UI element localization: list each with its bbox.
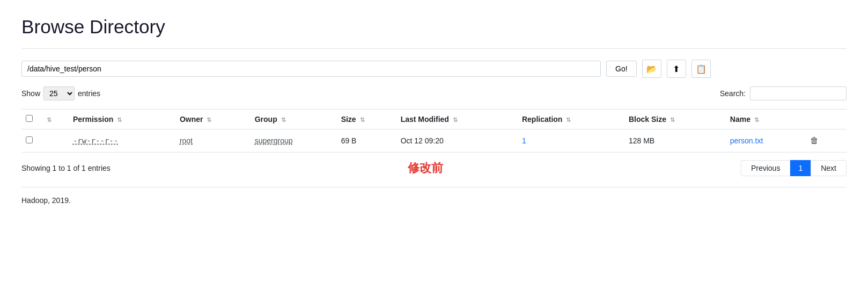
- go-button[interactable]: Go!: [606, 61, 637, 77]
- select-all-checkbox[interactable]: [26, 115, 33, 122]
- entries-select[interactable]: 10 25 50 100: [43, 86, 75, 100]
- annotation-text: 修改前: [408, 160, 443, 176]
- files-table: ⇅ Permission ⇅ Owner ⇅ Group ⇅ Size ⇅: [21, 109, 847, 153]
- col-size-label: Size: [341, 115, 356, 124]
- row-lastmodified-cell: Oct 12 09:20: [396, 129, 518, 153]
- col-replication-header[interactable]: Replication ⇅: [518, 110, 624, 129]
- row-replication-cell: 1: [518, 129, 624, 153]
- lastmodified-value: Oct 12 09:20: [401, 136, 444, 145]
- col-blocksize-header[interactable]: Block Size ⇅: [624, 110, 726, 129]
- col-lastmodified-header[interactable]: Last Modified ⇅: [396, 110, 518, 129]
- file-link[interactable]: person.txt: [730, 136, 763, 145]
- row-delete-cell: 🗑: [803, 129, 847, 153]
- sort-replication-icon: ⇅: [566, 117, 571, 123]
- blocksize-value: 128 MB: [629, 136, 654, 145]
- footer-divider: [21, 187, 847, 187]
- col-checkbox-header: [21, 110, 41, 129]
- title-divider: [21, 48, 847, 49]
- upload-icon-button[interactable]: ⬆: [667, 60, 686, 78]
- show-entries-area: Show 10 25 50 100 entries: [21, 86, 100, 100]
- row-group-cell: supergroup: [251, 129, 337, 153]
- pagination-buttons: Previous 1 Next: [741, 160, 847, 176]
- col-owner-header[interactable]: Owner ⇅: [175, 110, 251, 129]
- search-area: Search:: [720, 86, 847, 100]
- replication-link[interactable]: 1: [522, 136, 526, 145]
- upload-icon: ⬆: [673, 64, 680, 74]
- row-permission-cell: -rw-r--r--: [69, 129, 175, 153]
- size-value: 69 B: [341, 136, 357, 145]
- footer-text: Hadoop, 2019.: [21, 196, 847, 205]
- col-group-header[interactable]: Group ⇅: [251, 110, 337, 129]
- col-lastmodified-label: Last Modified: [401, 115, 449, 124]
- current-page-button[interactable]: 1: [790, 160, 811, 176]
- delete-button[interactable]: 🗑: [807, 135, 822, 147]
- folder-icon-button[interactable]: 📂: [642, 60, 661, 78]
- controls-row: Show 10 25 50 100 entries Search:: [21, 86, 847, 100]
- row-blocksize-cell: 128 MB: [624, 129, 726, 153]
- next-button[interactable]: Next: [811, 160, 847, 176]
- col-replication-label: Replication: [522, 115, 562, 124]
- search-label: Search:: [720, 89, 746, 98]
- group-link[interactable]: supergroup: [255, 136, 293, 145]
- table-header-row: ⇅ Permission ⇅ Owner ⇅ Group ⇅ Size ⇅: [21, 110, 847, 129]
- pagination-row: Showing 1 to 1 of 1 entries 修改前 Previous…: [21, 160, 847, 176]
- row-checkbox[interactable]: [26, 136, 33, 143]
- sort-blocksize-icon: ⇅: [670, 117, 675, 123]
- permission-link[interactable]: -rw-r--r--: [73, 136, 118, 145]
- sort-lastmodified-icon: ⇅: [453, 117, 458, 123]
- sort-size-icon: ⇅: [360, 117, 365, 123]
- sort-group-icon: ⇅: [281, 117, 286, 123]
- page-title: Browse Directory: [21, 16, 847, 38]
- sort-name-icon: ⇅: [754, 117, 759, 123]
- col-permission-header[interactable]: Permission ⇅: [69, 110, 175, 129]
- row-owner-cell: root: [175, 129, 251, 153]
- search-input[interactable]: [750, 86, 847, 100]
- row-name-cell: person.txt: [726, 129, 803, 153]
- sort-owner-icon: ⇅: [207, 117, 211, 123]
- col-name-header[interactable]: Name ⇅: [726, 110, 803, 129]
- col-size-header[interactable]: Size ⇅: [337, 110, 396, 129]
- path-input[interactable]: [21, 61, 601, 77]
- entries-label: entries: [78, 89, 100, 98]
- showing-text: Showing 1 to 1 of 1 entries: [21, 164, 111, 172]
- table-row: -rw-r--r-- root supergroup 69 B Oct 12 0…: [21, 129, 847, 153]
- owner-link[interactable]: root: [180, 136, 193, 145]
- show-label: Show: [21, 89, 40, 98]
- col-group-label: Group: [255, 115, 277, 124]
- row-checkbox-cell: [21, 129, 41, 153]
- col-sort-all-header[interactable]: ⇅: [41, 110, 69, 129]
- col-owner-label: Owner: [180, 115, 203, 124]
- sort-all-icon: ⇅: [47, 117, 52, 123]
- sort-permission-icon: ⇅: [117, 117, 122, 123]
- col-blocksize-label: Block Size: [629, 115, 666, 124]
- row-size-cell: 69 B: [337, 129, 396, 153]
- row-index-cell: [41, 129, 69, 153]
- path-bar: Go! 📂 ⬆ 📋: [21, 60, 847, 78]
- list-icon: 📋: [696, 64, 707, 74]
- col-name-label: Name: [730, 115, 751, 124]
- folder-icon: 📂: [646, 64, 657, 74]
- previous-button[interactable]: Previous: [741, 160, 790, 176]
- list-icon-button[interactable]: 📋: [692, 60, 711, 78]
- col-actions-header: [803, 110, 847, 129]
- col-permission-label: Permission: [73, 115, 113, 124]
